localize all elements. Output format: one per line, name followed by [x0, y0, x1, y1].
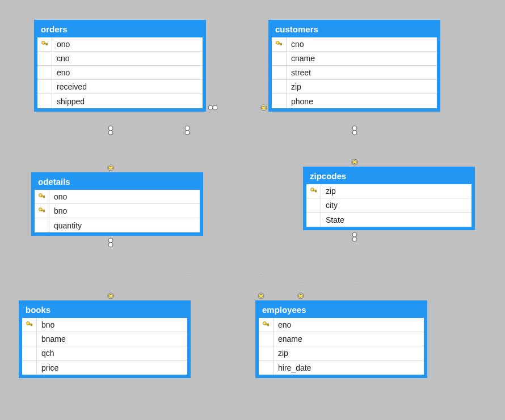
entity-zipcodes[interactable]: zipcodes zip city State — [303, 167, 475, 230]
column-row[interactable]: bno — [22, 318, 187, 332]
column-name: ono — [49, 192, 71, 201]
column-row[interactable]: qch — [22, 346, 187, 360]
column-row[interactable]: received — [37, 80, 203, 94]
pk-cell — [37, 52, 52, 65]
entity-customers[interactable]: customers cno cname street zip phone — [268, 20, 440, 112]
column-row[interactable]: ono — [35, 190, 200, 204]
svg-rect-34 — [46, 44, 47, 45]
entity-body: cno cname street zip phone — [272, 37, 437, 108]
column-name: eno — [273, 320, 296, 329]
entity-title: customers — [272, 23, 437, 37]
pk-cell — [259, 318, 273, 332]
pk-cell — [37, 37, 52, 51]
column-name: qch — [37, 349, 59, 358]
column-row[interactable]: shipped — [37, 94, 203, 108]
column-row[interactable]: phone — [272, 94, 437, 108]
entity-books[interactable]: books bno bname qch price — [19, 300, 191, 378]
svg-point-15 — [262, 107, 266, 109]
entity-title: zipcodes — [306, 170, 472, 184]
svg-point-31 — [108, 295, 113, 298]
pk-cell — [306, 213, 321, 227]
column-row[interactable]: ename — [259, 332, 424, 346]
svg-point-8 — [258, 293, 264, 299]
column-row[interactable]: cno — [37, 52, 203, 66]
pk-cell — [259, 360, 273, 375]
column-name: zip — [273, 349, 293, 358]
column-name: bno — [49, 206, 71, 215]
column-row[interactable]: zip — [306, 184, 472, 198]
column-row[interactable]: ono — [37, 37, 203, 52]
key-icon — [41, 40, 49, 48]
svg-point-5 — [108, 167, 113, 169]
column-name: cno — [287, 40, 309, 49]
svg-point-9 — [259, 295, 263, 298]
entity-odetails[interactable]: odetails ono bno quantity — [31, 172, 203, 236]
key-icon — [310, 187, 318, 195]
entity-title: books — [22, 304, 187, 318]
svg-rect-37 — [280, 44, 281, 45]
column-name: shipped — [52, 97, 89, 106]
column-row[interactable]: price — [22, 360, 187, 375]
pk-cell — [22, 360, 37, 375]
key-icon — [262, 321, 270, 329]
entity-body: zip city State — [306, 184, 472, 227]
svg-point-20 — [352, 159, 357, 165]
pk-cell — [35, 190, 49, 203]
entity-body: eno ename zip hire_date — [259, 318, 424, 375]
entity-employees[interactable]: employees eno ename zip hire_date — [255, 300, 427, 378]
column-name: zip — [287, 82, 306, 91]
entity-body: ono cno eno received shipped — [37, 37, 203, 108]
pk-cell — [272, 37, 287, 51]
column-row[interactable]: cno — [272, 37, 437, 52]
entity-orders[interactable]: orders ono cno eno received shipped — [34, 20, 206, 112]
column-row[interactable]: eno — [259, 318, 424, 332]
pk-cell — [22, 346, 37, 360]
column-name: bno — [37, 320, 59, 329]
svg-point-19 — [352, 130, 357, 135]
column-row[interactable]: State — [306, 213, 472, 227]
column-name: quantity — [49, 221, 86, 230]
column-name: received — [52, 82, 91, 91]
pk-cell — [37, 80, 52, 94]
column-name: eno — [52, 68, 74, 77]
column-row[interactable]: cname — [272, 52, 437, 66]
column-row[interactable]: bno — [35, 204, 200, 218]
svg-point-7 — [185, 130, 190, 135]
svg-point-25 — [298, 295, 303, 298]
column-name: phone — [287, 97, 318, 106]
entity-body: ono bno quantity — [35, 190, 200, 232]
svg-rect-52 — [267, 325, 268, 326]
svg-point-12 — [208, 105, 213, 110]
svg-point-22 — [352, 232, 357, 237]
column-name: cno — [52, 54, 74, 63]
pk-cell — [35, 218, 49, 232]
column-name: ename — [273, 334, 307, 343]
svg-point-29 — [108, 243, 113, 247]
pk-cell — [259, 346, 273, 360]
svg-point-23 — [352, 237, 357, 241]
column-row[interactable]: bname — [22, 332, 187, 346]
svg-point-6 — [185, 126, 190, 130]
column-row[interactable]: street — [272, 66, 437, 80]
column-name: ono — [52, 40, 74, 49]
column-row[interactable]: hire_date — [259, 360, 424, 375]
entity-title: employees — [259, 304, 424, 318]
svg-point-28 — [108, 238, 113, 243]
column-row[interactable]: zip — [272, 80, 437, 94]
column-name: price — [37, 363, 63, 372]
pk-cell — [306, 184, 321, 198]
column-name: cname — [287, 54, 319, 63]
entity-body: bno bname qch price — [22, 318, 187, 375]
key-icon — [38, 207, 46, 215]
column-row[interactable]: city — [306, 198, 472, 213]
column-row[interactable]: zip — [259, 346, 424, 360]
pk-cell — [22, 332, 37, 346]
column-row[interactable]: quantity — [35, 218, 200, 232]
key-icon — [26, 321, 33, 329]
column-name: street — [287, 68, 315, 77]
key-icon — [275, 40, 283, 48]
pk-cell — [272, 52, 287, 65]
column-name: hire_date — [273, 363, 315, 372]
pk-cell — [272, 66, 287, 79]
column-row[interactable]: eno — [37, 66, 203, 80]
